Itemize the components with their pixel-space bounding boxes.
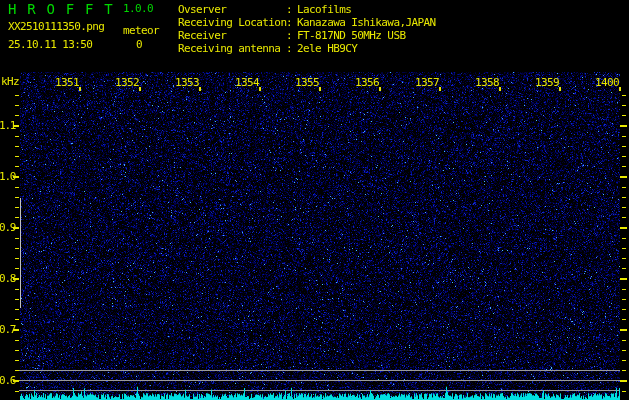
freq-label-1.0: 1.0 bbox=[0, 171, 14, 182]
meteor-echo-count: 0 bbox=[136, 39, 142, 51]
info-separator: : bbox=[286, 16, 292, 29]
info-label: Receiving antenna bbox=[178, 42, 286, 55]
spectrogram-canvas bbox=[0, 0, 629, 400]
app-version: 1.0.0 bbox=[123, 3, 153, 15]
info-value: 2ele HB9CY bbox=[297, 42, 357, 55]
info-value: FT-817ND 50MHz USB bbox=[297, 29, 405, 42]
freq-label-0.7: 0.7 bbox=[0, 324, 14, 335]
info-label: Receiving Location bbox=[178, 16, 286, 29]
time-label-1358: 1358 bbox=[473, 77, 499, 88]
time-label-1357: 1357 bbox=[413, 77, 439, 88]
info-value: Lacofilms bbox=[297, 3, 351, 16]
observation-datetime: 25.10.11 13:50 bbox=[8, 39, 92, 51]
info-row-2: Receiver:FT-817ND 50MHz USB bbox=[178, 29, 436, 42]
time-label-1359: 1359 bbox=[533, 77, 559, 88]
freq-label-0.8: 0.8 bbox=[0, 273, 14, 284]
time-label-1353: 1353 bbox=[173, 77, 199, 88]
time-label-1354: 1354 bbox=[233, 77, 259, 88]
time-label-1352: 1352 bbox=[113, 77, 139, 88]
info-row-1: Receiving Location:Kanazawa Ishikawa,JAP… bbox=[178, 16, 436, 29]
freq-label-0.6: 0.6 bbox=[0, 375, 14, 386]
time-label-1400: 1400 bbox=[593, 77, 619, 88]
info-label: Ovserver bbox=[178, 3, 286, 16]
info-row-0: Ovserver:Lacofilms bbox=[178, 3, 436, 16]
app-title: H R O F F T bbox=[8, 2, 114, 16]
info-separator: : bbox=[286, 29, 292, 42]
freq-label-0.9: 0.9 bbox=[0, 222, 14, 233]
info-separator: : bbox=[286, 42, 292, 55]
time-label-1356: 1356 bbox=[353, 77, 379, 88]
info-row-3: Receiving antenna:2ele HB9CY bbox=[178, 42, 436, 55]
frequency-axis-unit: kHz bbox=[1, 76, 19, 88]
freq-label-1.1: 1.1 bbox=[0, 120, 14, 131]
observation-mode-label: meteor bbox=[123, 25, 159, 37]
station-info-block: Ovserver:LacofilmsReceiving Location:Kan… bbox=[178, 3, 436, 55]
time-label-1355: 1355 bbox=[293, 77, 319, 88]
hrofft-window: H R O F F T 1.0.0 XX2510111350.png meteo… bbox=[0, 0, 629, 400]
time-label-1351: 1351 bbox=[53, 77, 79, 88]
output-filename: XX2510111350.png bbox=[8, 21, 104, 33]
info-separator: : bbox=[286, 3, 292, 16]
info-value: Kanazawa Ishikawa,JAPAN bbox=[297, 16, 436, 29]
info-label: Receiver bbox=[178, 29, 286, 42]
